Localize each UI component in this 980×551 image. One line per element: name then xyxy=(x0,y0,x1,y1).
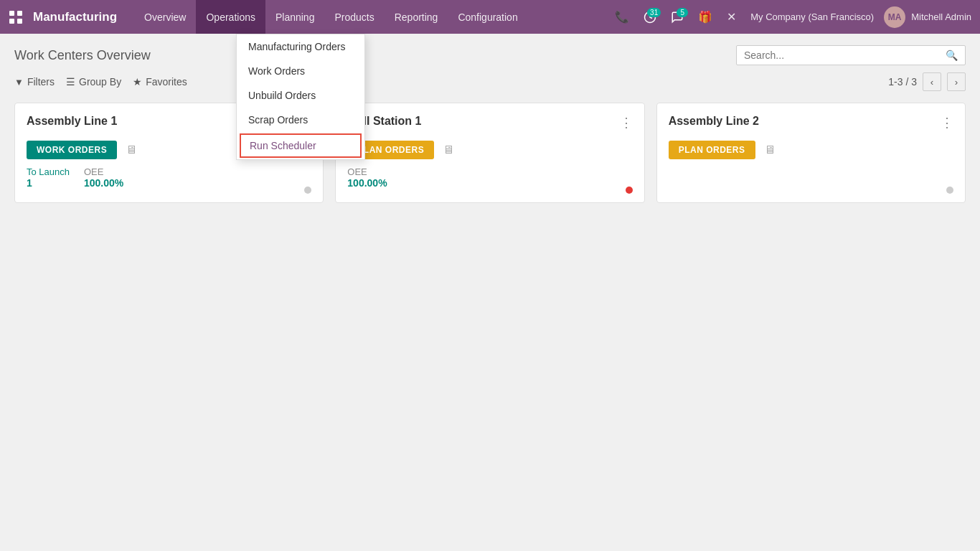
svg-rect-0 xyxy=(9,11,14,16)
svg-rect-1 xyxy=(17,11,22,16)
dropdown-scrap-orders[interactable]: Scrap Orders xyxy=(237,108,364,132)
groupby-icon: ☰ xyxy=(66,76,75,88)
card-assembly-line-2: Assembly Line 2 ⋮ PLAN ORDERS 🖥 xyxy=(656,103,966,203)
favorites-button[interactable]: ★ Favorites xyxy=(133,76,187,88)
stat-label-oee-2: OEE xyxy=(347,166,387,177)
pagination-text: 1-3 / 3 xyxy=(888,76,917,88)
gift-icon[interactable]: 🎁 xyxy=(694,7,717,27)
chat-badge: 5 xyxy=(677,8,688,17)
page-content: Work Centers Overview 🔍 ▼ Filters ☰ Grou… xyxy=(0,34,980,215)
nav-menu: Overview Operations Planning Products Re… xyxy=(134,0,611,34)
svg-rect-3 xyxy=(17,19,22,24)
filters-button[interactable]: ▼ Filters xyxy=(14,76,55,88)
pagination-info: 1-3 / 3 ‹ › xyxy=(888,72,966,91)
work-orders-button-1[interactable]: WORK ORDERS xyxy=(27,141,117,159)
dropdown-run-scheduler[interactable]: Run Scheduler xyxy=(240,133,362,158)
stat-oee-2: OEE 100.00% xyxy=(347,166,387,189)
nav-item-operations[interactable]: Operations xyxy=(196,0,265,34)
phone-icon[interactable]: 📞 xyxy=(611,7,633,27)
stat-label-to-launch: To Launch xyxy=(27,166,70,177)
card-stats-2: OEE 100.00% xyxy=(347,166,632,189)
navbar-right: 📞 31 5 🎁 ✕ My Company (San Francisco) MA… xyxy=(611,6,971,28)
stat-label-oee-1: OEE xyxy=(84,166,123,177)
company-selector[interactable]: My Company (San Francisco) xyxy=(746,11,878,22)
card-header-2: Drill Station 1 ⋮ xyxy=(347,115,632,131)
work-centers-grid: Assembly Line 1 ⋮ WORK ORDERS 🖥 To Launc… xyxy=(14,103,966,203)
activity-badge: 31 xyxy=(647,8,661,17)
dropdown-work-orders[interactable]: Work Orders xyxy=(237,59,364,83)
stat-value-to-launch: 1 xyxy=(27,177,70,189)
nav-item-products[interactable]: Products xyxy=(324,0,384,34)
activity-icon[interactable]: 31 xyxy=(639,8,661,27)
card-title-3: Assembly Line 2 xyxy=(669,115,759,128)
company-name: My Company (San Francisco) xyxy=(750,11,874,22)
grid-menu-icon[interactable] xyxy=(9,10,23,24)
svg-rect-2 xyxy=(9,19,14,24)
dropdown-manufacturing-orders[interactable]: Manufacturing Orders xyxy=(237,34,364,59)
stat-to-launch: To Launch 1 xyxy=(27,166,70,189)
stat-oee-1: OEE 100.00% xyxy=(84,166,123,189)
star-icon: ★ xyxy=(133,76,142,88)
user-name: Mitchell Admin xyxy=(911,11,971,22)
page-title: Work Centers Overview xyxy=(14,48,151,63)
card-menu-btn-3[interactable]: ⋮ xyxy=(941,115,953,131)
app-brand: Manufacturing xyxy=(33,10,117,24)
stat-value-oee-2: 100.00% xyxy=(347,177,387,189)
status-dot-1 xyxy=(304,187,311,194)
card-stats-1: To Launch 1 OEE 100.00% xyxy=(27,166,311,189)
search-box[interactable]: 🔍 xyxy=(736,45,966,65)
chat-icon[interactable]: 5 xyxy=(666,8,688,27)
card-menu-btn-2[interactable]: ⋮ xyxy=(620,115,633,131)
monitor-icon-1[interactable]: 🖥 xyxy=(126,143,137,156)
user-avatar[interactable]: MA xyxy=(884,6,905,28)
card-title-1: Assembly Line 1 xyxy=(27,115,117,128)
nav-item-configuration[interactable]: Configuration xyxy=(448,0,527,34)
operations-dropdown: Manufacturing Orders Work Orders Unbuild… xyxy=(236,34,365,160)
dropdown-unbuild-orders[interactable]: Unbuild Orders xyxy=(237,83,364,108)
filter-bar: ▼ Filters ☰ Group By ★ Favorites 1-3 / 3… xyxy=(14,72,966,91)
group-by-label: Group By xyxy=(79,76,121,88)
plan-orders-button-3[interactable]: PLAN ORDERS xyxy=(669,141,755,159)
search-input[interactable] xyxy=(744,50,946,61)
nav-item-reporting[interactable]: Reporting xyxy=(385,0,448,34)
stat-value-oee-1: 100.00% xyxy=(84,177,123,189)
pagination-next[interactable]: › xyxy=(947,72,966,91)
monitor-icon-3[interactable]: 🖥 xyxy=(764,143,776,156)
card-drill-station-1: Drill Station 1 ⋮ PLAN ORDERS 🖥 OEE 100.… xyxy=(335,103,644,203)
status-dot-3 xyxy=(946,187,953,194)
filter-icon: ▼ xyxy=(14,77,24,88)
card-actions-2: PLAN ORDERS 🖥 xyxy=(347,141,632,159)
filters-label: Filters xyxy=(27,76,55,88)
nav-item-planning[interactable]: Planning xyxy=(265,0,325,34)
navbar: Manufacturing Overview Operations Planni… xyxy=(0,0,980,34)
filter-group: ▼ Filters ☰ Group By ★ Favorites xyxy=(14,76,187,88)
nav-item-overview[interactable]: Overview xyxy=(134,0,196,34)
favorites-label: Favorites xyxy=(146,76,187,88)
card-header-3: Assembly Line 2 ⋮ xyxy=(669,115,953,131)
group-by-button[interactable]: ☰ Group By xyxy=(66,76,121,88)
search-icon[interactable]: 🔍 xyxy=(946,50,958,61)
card-actions-3: PLAN ORDERS 🖥 xyxy=(669,141,953,159)
close-icon[interactable]: ✕ xyxy=(722,7,740,27)
status-dot-2 xyxy=(626,187,633,194)
pagination-prev[interactable]: ‹ xyxy=(923,72,941,91)
monitor-icon-2[interactable]: 🖥 xyxy=(443,143,454,156)
